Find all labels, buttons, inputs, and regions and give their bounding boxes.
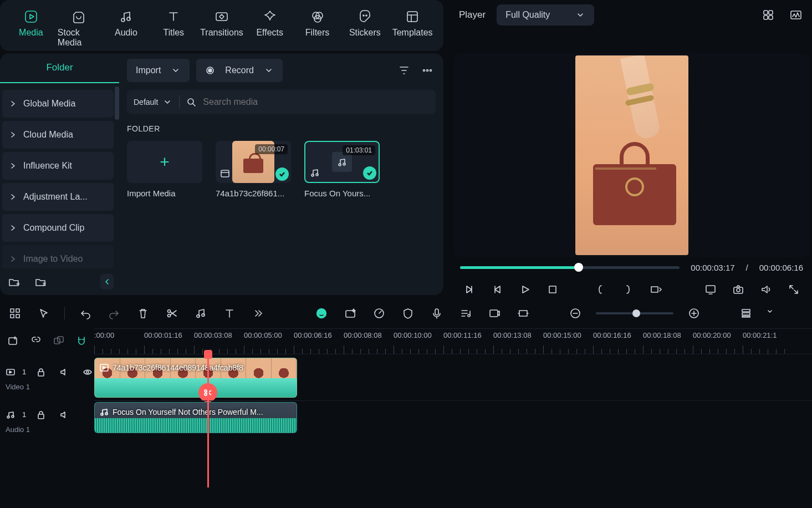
folder-item-cloud[interactable]: Cloud Media — [2, 121, 114, 149]
export-frame-button[interactable] — [486, 305, 503, 322]
thumb-video[interactable]: 00:00:07 74a1b73c26f861... — [216, 141, 291, 198]
quality-value: Full Quality — [505, 10, 550, 20]
quality-select[interactable]: Full Quality — [497, 4, 594, 26]
svg-point-24 — [339, 164, 341, 166]
tab-media[interactable]: Media — [10, 6, 52, 38]
svg-point-19 — [430, 70, 432, 72]
delete-button[interactable] — [135, 305, 151, 322]
record-button[interactable]: Record — [196, 59, 283, 82]
tab-filters[interactable]: Filters — [297, 6, 339, 38]
tab-templates[interactable]: Templates — [391, 6, 433, 38]
track-visible[interactable] — [79, 364, 96, 380]
audio-tool[interactable] — [192, 305, 209, 322]
sidebar-collapse-button[interactable] — [100, 274, 114, 289]
svg-point-17 — [423, 70, 425, 72]
marker-button[interactable] — [400, 305, 416, 322]
speed-button[interactable] — [371, 305, 387, 322]
next-frame-button[interactable] — [489, 281, 505, 298]
folder-remove-button[interactable] — [32, 273, 49, 290]
tab-effects[interactable]: Effects — [249, 6, 291, 38]
prev-frame-button[interactable] — [461, 281, 478, 298]
check-badge — [363, 166, 376, 180]
thumb-audio[interactable]: 01:03:01 Focus On Yours... — [304, 141, 380, 198]
undo-button[interactable] — [77, 305, 94, 322]
track-mute[interactable] — [56, 407, 73, 423]
zoom-in-button[interactable] — [686, 305, 702, 322]
track-mute[interactable] — [56, 364, 73, 380]
snapshot-button[interactable] — [730, 281, 747, 298]
ai-button[interactable] — [313, 305, 330, 322]
folder-tab[interactable]: Folder — [0, 53, 119, 83]
track-lock[interactable] — [33, 407, 49, 423]
folder-item-global[interactable]: Global Media — [2, 90, 114, 118]
volume-button[interactable] — [758, 281, 774, 298]
preview-viewport[interactable] — [453, 53, 810, 257]
aspect-button[interactable] — [647, 281, 664, 298]
monitor-button[interactable] — [702, 281, 719, 298]
folder-add-button[interactable] — [6, 273, 22, 290]
apps-button[interactable] — [7, 305, 23, 322]
playback-slider[interactable] — [460, 266, 680, 269]
video-track-body[interactable]: 74a1b73c26f86144e089148a4fcab8f8 — [94, 354, 812, 400]
svg-rect-11 — [769, 11, 773, 14]
more-tools[interactable] — [250, 305, 267, 322]
fullscreen-button[interactable] — [785, 281, 802, 298]
speaker-icon — [59, 367, 69, 377]
layout-grid-button[interactable] — [760, 7, 777, 23]
zoom-slider[interactable] — [596, 312, 673, 314]
caret-right-icon — [8, 161, 18, 171]
track-view-button[interactable] — [738, 305, 754, 322]
redo-button[interactable] — [106, 305, 122, 322]
check-badge — [275, 167, 289, 181]
select-tool[interactable] — [35, 305, 52, 322]
svg-rect-46 — [490, 310, 498, 317]
magnet-button[interactable] — [74, 333, 89, 349]
play-button[interactable] — [517, 281, 533, 298]
scope-button[interactable] — [788, 7, 804, 23]
folder-scrollbar[interactable] — [115, 87, 119, 120]
tab-titles[interactable]: Titles — [152, 6, 195, 38]
svg-point-60 — [205, 390, 207, 392]
playback-duration: 00:00:06:16 — [759, 263, 803, 272]
split-button[interactable] — [164, 305, 180, 322]
audio-clip[interactable]: Focus On Yourself Not Others Powerful M.… — [94, 402, 297, 433]
beat-button[interactable] — [457, 305, 474, 322]
caret-down-icon — [767, 308, 772, 318]
track-lock[interactable] — [33, 364, 49, 380]
fit-button[interactable] — [515, 305, 532, 322]
folder-item-influence[interactable]: Influence Kit — [2, 152, 114, 180]
folder-item-compound[interactable]: Compound Clip — [2, 214, 114, 242]
next-frame-icon — [491, 283, 503, 296]
search-input[interactable] — [203, 97, 429, 107]
tab-stockmedia[interactable]: Stock Media — [58, 6, 100, 48]
video-clip[interactable]: 74a1b73c26f86144e089148a4fcab8f8 — [94, 358, 297, 398]
svg-rect-59 — [100, 364, 108, 371]
folder-item-imagevideo[interactable]: Image to Video — [2, 245, 114, 268]
import-button[interactable]: Import — [127, 59, 190, 82]
mark-out-button[interactable] — [620, 281, 636, 298]
tab-transitions[interactable]: Transitions — [200, 6, 243, 38]
text-tool[interactable] — [221, 305, 238, 322]
player-title: Player — [459, 9, 486, 21]
sort-select[interactable]: Default — [134, 97, 172, 107]
more-button[interactable] — [419, 62, 436, 79]
svg-rect-50 — [742, 309, 750, 312]
tab-stickers[interactable]: Stickers — [344, 6, 386, 38]
link-button[interactable] — [28, 333, 43, 349]
zoom-out-button[interactable] — [567, 305, 584, 322]
tab-audio[interactable]: Audio — [105, 6, 147, 38]
group-button[interactable] — [51, 333, 66, 349]
more-icon — [421, 64, 433, 77]
shield-icon — [402, 307, 414, 319]
templates-icon — [405, 9, 420, 24]
mic-button[interactable] — [428, 305, 445, 322]
mark-in-button[interactable] — [592, 281, 609, 298]
filter-button[interactable] — [396, 62, 412, 79]
audio-track-body[interactable]: Focus On Yourself Not Others Powerful M.… — [94, 400, 812, 439]
thumb-import[interactable]: + Import Media — [127, 141, 202, 198]
folder-item-adjustment[interactable]: Adjustment La... — [2, 183, 114, 211]
add-track-button[interactable] — [6, 333, 21, 349]
stop-button[interactable] — [544, 281, 561, 298]
timeline-ruler[interactable]: :00:0000:00:01:1600:00:03:0800:00:05:000… — [94, 328, 812, 354]
enhance-button[interactable] — [342, 305, 359, 322]
